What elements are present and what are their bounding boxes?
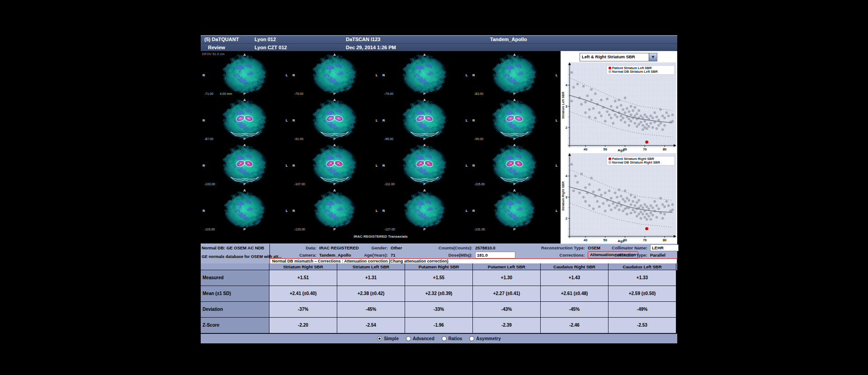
radio-button-icon[interactable] <box>469 336 474 341</box>
table-value-cell: +2.32 (±0.39) <box>405 286 473 302</box>
svg-text:R: R <box>382 209 385 213</box>
svg-text:Normal DB Striatum Left SBR: Normal DB Striatum Left SBR <box>612 70 658 74</box>
datquant-window: (5) DaTQUANTLyon 012DaTSCAN I123Tandem_A… <box>201 35 677 343</box>
svg-text:P: P <box>333 182 335 186</box>
info-fields-row1: Data:IRAC REGISTEREDGender:OtherCounts(C… <box>269 244 677 251</box>
table-row-label: Z-Score <box>201 318 269 333</box>
svg-text:A: A <box>513 188 516 192</box>
svg-text:4: 4 <box>566 174 568 178</box>
svg-text:A: A <box>333 98 336 102</box>
svg-text:A: A <box>423 188 426 192</box>
field-label: Reconstruction Type: <box>513 245 585 250</box>
header-cell: Review <box>208 45 225 50</box>
table-value-cell: +1.31 <box>337 270 405 286</box>
svg-text:L: L <box>556 118 558 122</box>
brain-slice-cell: APRL-91.00 <box>291 96 381 141</box>
patient-data-point <box>646 227 648 230</box>
svg-text:A: A <box>333 188 336 192</box>
table-value-cell: +1.55 <box>405 270 473 286</box>
table-value-cell: -2.46 <box>541 318 609 333</box>
header-cell: (5) DaTQUANT <box>204 37 239 42</box>
svg-text:-91.00: -91.00 <box>294 137 303 141</box>
table-column-header: Striatum Left SBR <box>337 263 405 270</box>
svg-text:70: 70 <box>643 238 646 242</box>
radio-button-icon[interactable] <box>442 336 447 341</box>
brain-slice-cell: APRL-107.00 <box>291 141 381 187</box>
table-column-header: Putamen Right SBR <box>405 263 473 270</box>
svg-text:A: A <box>243 53 246 57</box>
field-input[interactable]: LEHR <box>650 244 679 251</box>
svg-text:R: R <box>472 118 475 122</box>
view-mode-option-advanced[interactable]: Advanced <box>406 336 434 341</box>
radio-label: Simple <box>384 336 399 341</box>
brain-slice-grid: DFOV 51.0 cm IRAC REGISTERED Transaxials… <box>201 51 561 244</box>
table-value-cell: -2.20 <box>269 318 337 333</box>
svg-text:R: R <box>203 164 205 168</box>
brain-slice-cell: APRL-119.00 <box>201 187 291 232</box>
svg-text:L: L <box>466 73 468 77</box>
svg-text:-87.00: -87.00 <box>204 137 213 141</box>
table-value-cell: +2.61 (±0.48) <box>541 286 609 302</box>
svg-text:-131.00: -131.00 <box>474 228 485 231</box>
svg-text:L: L <box>466 118 468 122</box>
field-input[interactable]: 181.0 <box>475 252 515 258</box>
header-cell: Lyon 012 <box>255 37 276 42</box>
svg-text:-123.00: -123.00 <box>294 228 305 231</box>
table-column-header: Putamen Left SBR <box>473 263 541 270</box>
table-value-cell: +1.30 <box>473 270 541 286</box>
table-row: Deviation-37%-45%-33%-43%-45%-49% <box>201 302 677 318</box>
brain-slice-cell: APRL-115.00 <box>471 141 561 187</box>
svg-text:-115.00: -115.00 <box>474 183 485 186</box>
header-cell: Dec 29, 2014 1:26 PM <box>346 45 396 50</box>
svg-text:40: 40 <box>584 238 587 242</box>
table-value-cell: +2.59 (±0.50) <box>609 286 676 302</box>
svg-text:P: P <box>333 227 335 231</box>
svg-text:L: L <box>286 73 288 77</box>
table-value-cell: -33% <box>405 302 473 318</box>
table-value-cell: -45% <box>337 302 405 318</box>
svg-text:-95.00: -95.00 <box>384 137 393 141</box>
svg-text:-103.00: -103.00 <box>204 183 215 186</box>
field-label: Counts(Counts): <box>400 245 472 250</box>
svg-text:-127.00: -127.00 <box>384 228 395 231</box>
view-mode-option-ratios[interactable]: Ratios <box>442 336 462 341</box>
field-label: Collimator Name: <box>575 245 647 250</box>
svg-text:R: R <box>472 164 475 168</box>
radio-label: Asymmetry <box>476 336 500 341</box>
plot-selector-dropdown[interactable]: Left & Right Striatum SBR ▼ <box>580 53 657 61</box>
table-column-header: Caudatus Right SBR <box>541 263 609 270</box>
brain-slice-cell: APRL-131.00 <box>471 187 561 232</box>
svg-text:70: 70 <box>643 147 646 151</box>
header-cell: Lyon CZT 012 <box>255 45 287 50</box>
svg-text:R: R <box>472 73 475 77</box>
view-mode-option-asymmetry[interactable]: Asymmetry <box>469 336 500 341</box>
patient-data-point <box>646 141 648 143</box>
svg-text:-99.00: -99.00 <box>474 137 483 141</box>
svg-text:Age: Age <box>618 148 625 152</box>
radio-button-icon[interactable] <box>377 336 382 341</box>
study-info-band: Normal DB: GE OSEM AC NDB GE normals dat… <box>201 244 677 264</box>
table-corner-cell <box>201 263 269 270</box>
svg-text:A: A <box>333 143 336 147</box>
svg-text:A: A <box>423 98 426 102</box>
svg-text:P: P <box>513 92 515 96</box>
table-row: Measured+1.51+1.31+1.55+1.30+1.43+1.33 <box>201 270 677 286</box>
radio-button-icon[interactable] <box>406 336 411 341</box>
table-row-label: Measured <box>201 270 269 286</box>
svg-text:4: 4 <box>566 83 568 87</box>
svg-text:Normal DB Striatum Right SBR: Normal DB Striatum Right SBR <box>612 160 660 164</box>
table-value-cell: -43% <box>473 302 541 318</box>
svg-text:-79.00: -79.00 <box>384 92 393 95</box>
svg-text:P: P <box>513 137 515 141</box>
svg-text:L: L <box>376 118 378 122</box>
brain-slice-cell: APRL-99.00 <box>471 96 561 141</box>
svg-text:P: P <box>333 92 335 96</box>
dropdown-button[interactable]: ▼ <box>649 53 657 61</box>
svg-text:L: L <box>556 209 558 213</box>
svg-text:80: 80 <box>663 238 666 242</box>
view-mode-bar: SimpleAdvancedRatiosAsymmetry <box>201 333 677 343</box>
field-label: Dose(MBq): <box>400 253 472 258</box>
svg-text:2: 2 <box>566 126 567 130</box>
view-mode-option-simple[interactable]: Simple <box>377 336 399 341</box>
table-value-cell: +2.41 (±0.40) <box>269 286 337 302</box>
